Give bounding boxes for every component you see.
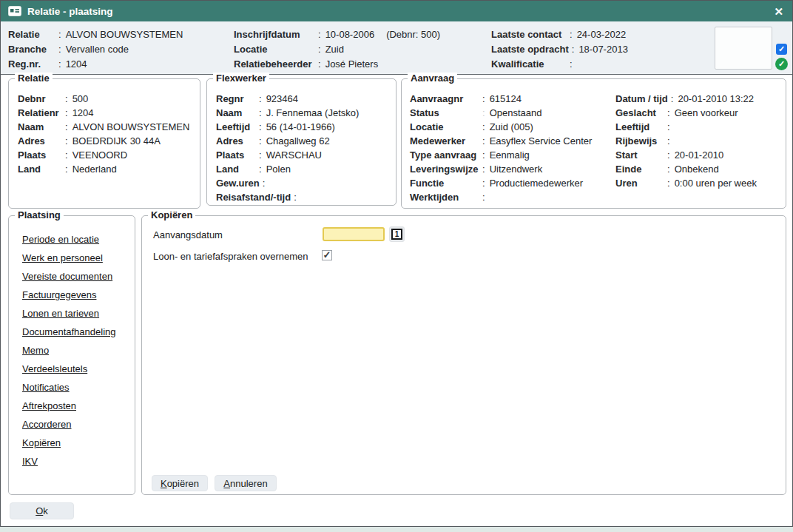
separator: :	[58, 27, 61, 42]
separator: :	[570, 27, 573, 42]
separator: :	[667, 162, 670, 176]
dialog-window: Relatie - plaatsing ✕ Relatie : ALVON BO…	[0, 0, 793, 527]
field-label: Adres	[216, 134, 256, 148]
separator: :	[65, 92, 68, 106]
field-value: Nederland	[72, 162, 117, 176]
field-value: ALVON BOUWSYSTEMEN	[66, 27, 183, 42]
ok-button[interactable]: Ok	[10, 502, 74, 519]
separator: :	[318, 27, 321, 42]
separator: :	[318, 42, 321, 57]
info-row: Branche : Vervallen code	[8, 42, 183, 57]
sidebar-item-accorderen[interactable]: Accorderen	[22, 419, 71, 430]
separator: :	[318, 57, 321, 72]
field-label: Relatie	[8, 27, 55, 42]
field-value: Geen voorkeur	[675, 106, 738, 120]
calendar-button[interactable]: 1	[389, 226, 405, 242]
field-value: ALVON BOUWSYSTEMEN	[72, 120, 190, 134]
field-label: Leeftijd	[615, 120, 664, 134]
sidebar-item-kopieren[interactable]: Kopiëren	[22, 437, 61, 448]
groupbox-legend: Kopiëren	[148, 209, 195, 221]
separator: :	[263, 176, 266, 190]
info-row: Leeftijd:	[615, 120, 757, 134]
field-label: Regnr	[216, 92, 256, 106]
flexwerker-groupbox: Flexwerker Regnr:923464 Naam:J. Fennemaa…	[206, 78, 396, 206]
sidebar-item-notificaties[interactable]: Notificaties	[22, 382, 70, 393]
info-row: Adres:Chagallweg 62	[216, 134, 359, 148]
sidebar-item-periode-en-locatie[interactable]: Periode en locatie	[22, 234, 99, 245]
sidebar-item-memo[interactable]: Memo	[22, 345, 49, 356]
separator: :	[65, 106, 68, 120]
sidebar-item-aftrekposten[interactable]: Aftrekposten	[22, 400, 76, 411]
field-label: Branche	[8, 42, 55, 57]
field-label: Locatie	[234, 42, 315, 57]
field-value: Easyflex Service Center	[490, 134, 593, 148]
close-icon[interactable]: ✕	[774, 6, 783, 17]
check-icon: ✓	[323, 249, 331, 260]
sidebar-item-verdeelsleutels[interactable]: Verdeelsleutels	[22, 363, 87, 374]
flexwerker-rows: Regnr:923464 Naam:J. Fennemaa (Jetsko) L…	[216, 92, 359, 204]
sidebar-item-lonen-en-tarieven[interactable]: Lonen en tarieven	[22, 308, 99, 319]
header-column-activity: Laatste contact : 24-03-2022 Laatste opd…	[491, 27, 628, 72]
sidebar-item-factuurgegevens[interactable]: Factuurgegevens	[22, 289, 96, 300]
active-checkbox-icon[interactable]: ✓	[776, 44, 787, 55]
info-row: Naam:ALVON BOUWSYSTEMEN	[18, 120, 189, 134]
sidebar-item-vereiste-documenten[interactable]: Vereiste documenten	[22, 271, 112, 282]
sidebar-item-ikv[interactable]: IKV	[22, 456, 38, 467]
separator: :	[482, 176, 485, 190]
field-label: Relatienr	[18, 106, 62, 120]
sidebar-item-documentafhandeling[interactable]: Documentafhandeling	[22, 326, 115, 337]
separator: :	[482, 134, 485, 148]
field-value: Polen	[266, 162, 291, 176]
separator: :	[65, 162, 68, 176]
separator: :	[294, 190, 297, 204]
separator: :	[482, 162, 485, 176]
separator: :	[259, 162, 262, 176]
field-value: Openstaand	[490, 106, 542, 120]
field-value: Uitzendwerk	[490, 162, 543, 176]
sidebar-item-werk-en-personeel[interactable]: Werk en personeel	[22, 252, 103, 263]
field-label: Uren	[615, 176, 664, 190]
groupbox-legend: Aanvraag	[408, 73, 457, 84]
calendar-icon: 1	[391, 229, 402, 240]
field-label: Laatste opdracht	[491, 42, 569, 57]
field-value: Zuid	[325, 42, 344, 57]
info-row: Reg.nr. : 1204	[8, 57, 183, 72]
info-row: Functie:Productiemedewerker	[410, 176, 592, 190]
separator: :	[667, 134, 670, 148]
loon-tarief-checkbox[interactable]: ✓	[322, 250, 332, 260]
field-label: Relatiebeheerder	[234, 57, 315, 72]
separator: :	[65, 148, 68, 162]
info-row: Aanvraagnr:615124	[410, 92, 592, 106]
info-row: Plaats:WARSCHAU	[216, 148, 359, 162]
info-row: Relatie : ALVON BOUWSYSTEMEN	[8, 27, 183, 42]
field-value: WARSCHAU	[266, 148, 322, 162]
field-label: Land	[216, 162, 256, 176]
field-label: Reg.nr.	[8, 57, 55, 72]
info-row: Adres:BOEDRDIJK 30 44A	[18, 134, 189, 148]
separator: :	[482, 92, 485, 106]
aanvangsdatum-input[interactable]	[323, 227, 385, 241]
info-row: Type aanvraag:Eenmalig	[410, 148, 592, 162]
field-label: Adres	[18, 134, 62, 148]
field-label: Aanvraagnr	[410, 92, 479, 106]
kopieren-button[interactable]: Kopiëren	[152, 475, 208, 491]
field-label: Reisafstand/-tijd	[216, 190, 291, 204]
check-icon: ✓	[778, 59, 785, 68]
field-value: 18-07-2013	[578, 42, 628, 57]
field-label: Locatie	[410, 120, 479, 134]
info-row: Reisafstand/-tijd:	[216, 190, 359, 204]
field-value: Productiemedewerker	[490, 176, 583, 190]
info-row: Naam:J. Fennemaa (Jetsko)	[216, 106, 359, 120]
info-row: Laatste contact : 24-03-2022	[491, 27, 628, 42]
separator: :	[572, 42, 575, 57]
annuleren-button[interactable]: Annuleren	[215, 475, 277, 491]
status-ok-icon[interactable]: ✓	[775, 58, 788, 70]
separator: :	[667, 106, 670, 120]
info-row: Regnr:923464	[216, 92, 359, 106]
field-value-extra: (Debnr: 500)	[386, 27, 440, 42]
info-row: Inschrijfdatum : 10-08-2006 (Debnr: 500)	[234, 27, 440, 42]
info-row: Debnr:500	[18, 92, 189, 106]
field-label: Plaats	[216, 148, 256, 162]
field-value: 56 (14-01-1966)	[266, 120, 335, 134]
field-value: 0:00 uren per week	[675, 176, 757, 190]
